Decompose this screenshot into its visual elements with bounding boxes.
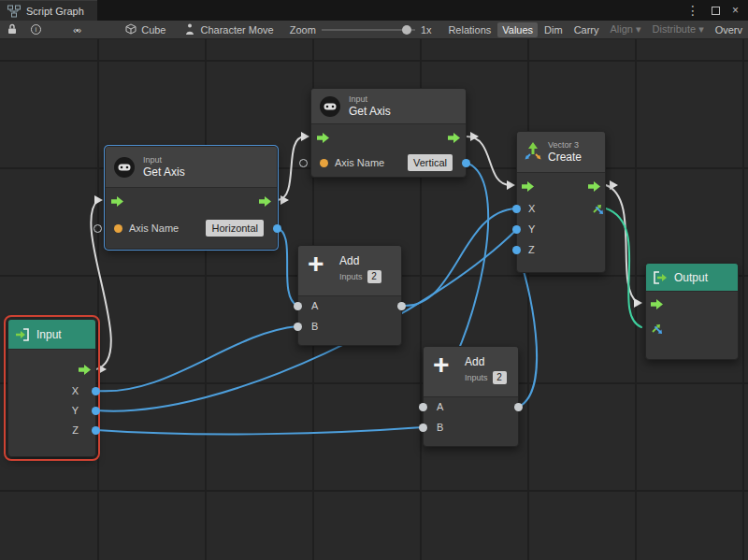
node-title: Add xyxy=(339,254,381,267)
inputs-count-field[interactable]: 2 xyxy=(493,371,507,384)
target-port[interactable] xyxy=(299,159,308,167)
close-icon[interactable]: × xyxy=(732,4,739,17)
z-in-port[interactable] xyxy=(512,246,521,254)
chevron-down-icon: ▾ xyxy=(636,23,641,35)
view-toggles: Relations Values Dim Carry Align ▾ Distr… xyxy=(442,21,748,38)
node-get-axis-horizontal[interactable]: Input Get Axis Axis Name Horizontal xyxy=(105,146,278,250)
align-dropdown[interactable]: Align ▾ xyxy=(606,22,646,37)
character-move-breadcrumb[interactable]: Character Move xyxy=(178,21,280,38)
axis-name-label: Axis Name xyxy=(335,157,384,169)
tab-script-graph[interactable]: Script Graph xyxy=(0,0,97,21)
x-in-port[interactable] xyxy=(512,205,521,213)
script-graph-window: Script Graph ⋮ × i ‹•› xyxy=(0,0,748,560)
flow-in-port[interactable] xyxy=(522,181,534,192)
info-icon: i xyxy=(31,24,41,35)
zoom-slider[interactable] xyxy=(322,24,415,36)
window-controls: ⋮ × xyxy=(686,0,748,21)
y-out-port[interactable] xyxy=(92,407,100,415)
maximize-icon[interactable] xyxy=(712,7,720,15)
node-add-1[interactable]: + Add Inputs 2 A B xyxy=(297,245,402,346)
flow-out-port[interactable] xyxy=(448,133,460,143)
node-title: Input xyxy=(36,328,62,341)
node-header[interactable]: + Add Inputs 2 xyxy=(424,347,518,397)
toggle-values[interactable]: Values xyxy=(497,22,538,37)
zoom-label: Zoom xyxy=(290,24,316,36)
flow-in-port[interactable] xyxy=(651,299,663,309)
node-title: Create xyxy=(548,151,582,164)
flow-in-port[interactable] xyxy=(111,196,123,207)
input-a-label: A xyxy=(311,300,318,312)
axis-name-port[interactable] xyxy=(114,224,122,233)
zoom-slider-handle[interactable] xyxy=(402,25,411,35)
node-header[interactable]: Vector 3 Create xyxy=(517,132,605,173)
toggle-relations[interactable]: Relations xyxy=(443,22,496,37)
zoom-value: 1x xyxy=(421,24,432,36)
flow-in-port[interactable] xyxy=(317,133,329,143)
toggle-dim[interactable]: Dim xyxy=(539,22,568,37)
node-vector3-create[interactable]: Vector 3 Create X Y Z xyxy=(516,131,606,273)
y-label: Y xyxy=(528,223,535,236)
node-title: Output xyxy=(674,271,708,284)
chevron-down-icon: ▾ xyxy=(698,23,704,35)
sum-out-port[interactable] xyxy=(514,403,523,411)
menu-icon[interactable]: ⋮ xyxy=(686,4,699,17)
input-b-port[interactable] xyxy=(294,323,302,331)
code-icon: ‹•› xyxy=(73,24,80,36)
value-out-port[interactable] xyxy=(462,159,470,167)
distribute-dropdown[interactable]: Distribute ▾ xyxy=(648,22,709,37)
input-a-port[interactable] xyxy=(419,403,427,411)
flow-out-port[interactable] xyxy=(588,181,600,192)
inputs-count-field[interactable]: 2 xyxy=(367,270,381,283)
z-out-port[interactable] xyxy=(92,426,100,435)
flow-out-port[interactable] xyxy=(259,196,271,207)
info-button[interactable]: i xyxy=(24,21,48,38)
cube-icon xyxy=(125,23,137,36)
value-out-port[interactable] xyxy=(273,224,281,233)
node-header[interactable]: Input Get Axis xyxy=(106,147,277,188)
node-header[interactable]: + Add Inputs 2 xyxy=(298,246,401,296)
script-graph-icon xyxy=(7,5,21,18)
gamepad-icon xyxy=(320,96,340,117)
x-label: X xyxy=(72,385,79,397)
cube-label: Cube xyxy=(141,24,165,36)
tab-title: Script Graph xyxy=(26,6,84,17)
toggle-overview[interactable]: Overv xyxy=(711,22,747,37)
node-title: Get Axis xyxy=(349,105,391,118)
vector-in-port[interactable] xyxy=(650,322,663,335)
node-get-axis-vertical[interactable]: Input Get Axis Axis Name Vertical xyxy=(310,88,467,178)
y-in-port[interactable] xyxy=(512,225,521,234)
node-header[interactable]: Output xyxy=(646,264,738,292)
flow-out-port[interactable] xyxy=(79,365,91,375)
node-header[interactable]: Input Get Axis xyxy=(311,89,466,124)
inspect-button[interactable]: ‹•› xyxy=(66,21,87,38)
vector-out-port[interactable] xyxy=(591,202,604,215)
character-icon xyxy=(184,23,195,36)
character-move-label: Character Move xyxy=(200,24,273,36)
node-title: Get Axis xyxy=(143,165,185,179)
node-category: Input xyxy=(143,155,185,165)
distribute-label: Distribute xyxy=(653,23,696,35)
input-a-port[interactable] xyxy=(294,302,302,310)
node-output[interactable]: Output xyxy=(645,263,739,360)
input-b-port[interactable] xyxy=(419,424,427,432)
node-add-2[interactable]: + Add Inputs 2 A B xyxy=(423,346,519,447)
axis-name-field[interactable]: Horizontal xyxy=(206,220,264,237)
node-category: Input xyxy=(349,94,391,105)
gamepad-icon xyxy=(114,157,135,178)
toggle-carry[interactable]: Carry xyxy=(569,22,604,37)
target-port[interactable] xyxy=(94,224,102,233)
add-icon: + xyxy=(308,250,324,278)
node-input[interactable]: Input X Y Z xyxy=(7,319,96,457)
axis-name-label: Axis Name xyxy=(129,223,179,235)
vector3-icon xyxy=(524,142,542,161)
inputs-label: Inputs xyxy=(465,373,488,383)
cube-breadcrumb[interactable]: Cube xyxy=(119,21,172,38)
x-out-port[interactable] xyxy=(92,387,100,395)
sum-out-port[interactable] xyxy=(397,302,406,310)
x-label: X xyxy=(528,203,535,215)
node-header[interactable]: Input xyxy=(8,320,95,350)
z-label: Z xyxy=(528,244,535,256)
axis-name-field[interactable]: Vertical xyxy=(408,154,453,171)
lock-button[interactable] xyxy=(0,21,24,38)
axis-name-port[interactable] xyxy=(320,159,328,167)
